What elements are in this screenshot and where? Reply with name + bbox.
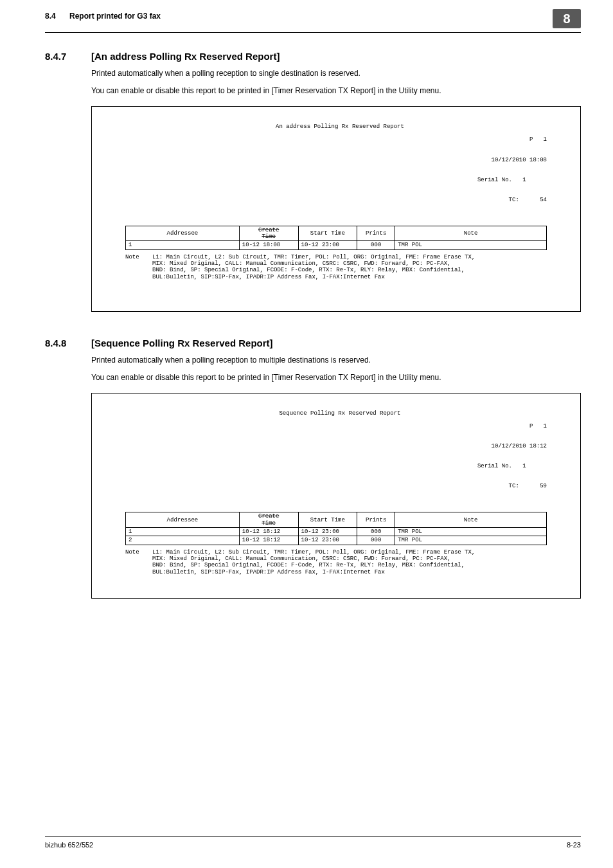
paragraph: You can enable or disable this report to… — [91, 372, 581, 383]
table-header-row: Addressee CreateTime Start Time Prints N… — [126, 512, 547, 528]
col-note: Note — [395, 512, 547, 528]
cell: 10-12 23:00 — [298, 241, 357, 249]
cell: 1 — [126, 241, 240, 249]
col-create-time: CreateTime — [239, 226, 298, 241]
meta-page: P 1 — [529, 423, 547, 429]
report-meta: P 1 10/12/2010 18:08 Serial No. 1 TC: 54 — [477, 123, 547, 217]
col-start-time: Start Time — [298, 512, 357, 528]
section-number: 8.4.7 — [45, 51, 91, 62]
note-body: L1: Main Circuit, L2: Sub Circuit, TMR: … — [152, 254, 475, 280]
meta-serial-value: 1 — [522, 177, 526, 183]
col-start-time: Start Time — [298, 226, 357, 241]
report-title: Sequence Polling Rx Reserved Report — [279, 410, 400, 417]
note-label: Note — [125, 549, 152, 575]
col-note: Note — [395, 226, 547, 241]
cell: TMR POL — [395, 536, 547, 545]
table-row: 1 10-12 18:08 10-12 23:00 000 TMR POL — [126, 241, 547, 249]
col-create-time: CreateTime — [239, 512, 298, 528]
footer-page-number: 8-23 — [567, 841, 581, 849]
report-sample: An address Polling Rx Reserved Report P … — [91, 106, 581, 312]
report-sample: Sequence Polling Rx Reserved Report P 1 … — [91, 393, 581, 599]
table-row: 1 10-12 18:12 10-12 23:00 000 TMR POL — [126, 528, 547, 536]
note-body: L1: Main Circuit, L2: Sub Circuit, TMR: … — [152, 549, 475, 575]
meta-serial-label: Serial No. — [477, 177, 512, 183]
cell: TMR POL — [395, 528, 547, 536]
col-addressee: Addressee — [126, 226, 240, 241]
section-title: [Sequence Polling Rx Reserved Report] — [91, 338, 273, 348]
cell: 2 — [126, 536, 240, 545]
cell: 10-12 23:00 — [298, 528, 357, 536]
meta-tc-label: TC: — [509, 483, 519, 489]
cell: 10-12 18:08 — [239, 241, 298, 249]
meta-serial-label: Serial No. — [477, 463, 512, 469]
cell: TMR POL — [395, 241, 547, 249]
report-meta: P 1 10/12/2010 18:12 Serial No. 1 TC: 59 — [477, 410, 547, 503]
report-table: Addressee CreateTime Start Time Prints N… — [125, 512, 547, 545]
meta-serial-value: 1 — [522, 463, 526, 469]
report-table: Addressee CreateTime Start Time Prints N… — [125, 226, 547, 250]
note-label: Note — [125, 254, 152, 280]
report-title: An address Polling Rx Reserved Report — [276, 123, 404, 130]
cell: 10-12 23:00 — [298, 536, 357, 545]
meta-tc-value: 59 — [540, 483, 547, 489]
meta-date: 10/12/2010 18:12 — [492, 443, 547, 449]
meta-tc-value: 54 — [540, 197, 547, 203]
section-number: 8.4.8 — [45, 338, 91, 348]
meta-page: P 1 — [529, 136, 547, 143]
table-row: 2 10-12 18:12 10-12 23:00 000 TMR POL — [126, 536, 547, 545]
cell: 10-12 18:12 — [239, 536, 298, 545]
header-section-title: Report printed for G3 fax — [69, 12, 161, 21]
cell: 000 — [357, 536, 395, 545]
col-prints: Prints — [357, 226, 395, 241]
table-header-row: Addressee CreateTime Start Time Prints N… — [126, 226, 547, 241]
cell: 000 — [357, 241, 395, 249]
meta-tc-label: TC: — [509, 197, 519, 203]
section-title: [An address Polling Rx Reserved Report] — [91, 51, 280, 62]
paragraph: You can enable or disable this report to… — [91, 86, 581, 96]
col-addressee: Addressee — [126, 512, 240, 528]
cell: 10-12 18:12 — [239, 528, 298, 536]
cell: 1 — [126, 528, 240, 536]
meta-date: 10/12/2010 18:08 — [492, 157, 547, 163]
paragraph: Printed automatically when a polling rec… — [91, 355, 581, 366]
cell: 000 — [357, 528, 395, 536]
chapter-tab: 8 — [553, 9, 581, 28]
header-section-num: 8.4 — [45, 12, 56, 21]
col-prints: Prints — [357, 512, 395, 528]
footer-product: bizhub 652/552 — [45, 841, 93, 849]
paragraph: Printed automatically when a polling rec… — [91, 68, 581, 79]
